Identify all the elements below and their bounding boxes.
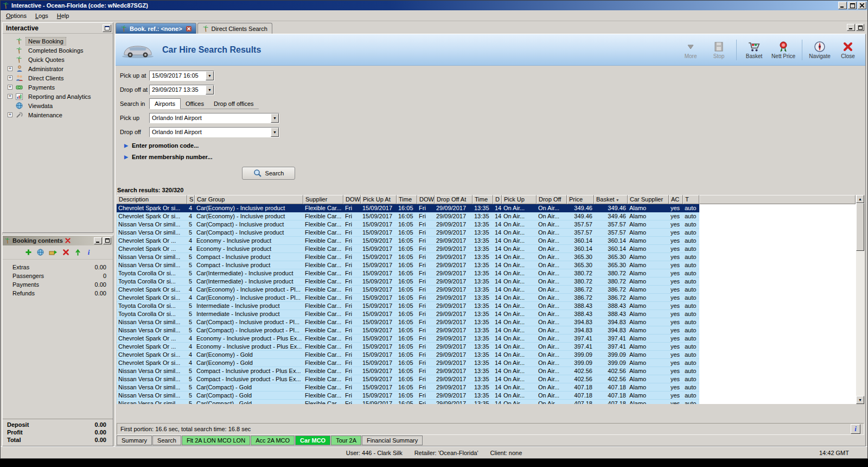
pickup-at-dropdown-icon[interactable]: ▼	[206, 71, 214, 80]
membership-number-expander[interactable]: ▶ Enter membership number...	[124, 154, 865, 160]
column-header-car-group-2[interactable]: Car Group	[195, 195, 303, 204]
bottom-tab-flt-2a-lon-mco-lon[interactable]: Flt 2A LON MCO LON	[182, 436, 250, 445]
result-row[interactable]: Toyota Corolla Or si...5Intermediate - I…	[117, 310, 856, 318]
result-row[interactable]: Nissan Versa Or simil...5Car(Compact) - …	[117, 318, 856, 326]
column-header-pick-up-at-5[interactable]: Pick Up At	[361, 195, 397, 204]
scroll-up-icon[interactable]: ▲	[856, 195, 864, 203]
expand-plus-icon[interactable]: +	[8, 94, 12, 99]
dropoff-combo-dropdown-icon[interactable]: ▼	[271, 128, 279, 137]
search-button[interactable]: Search	[242, 167, 295, 180]
info-button[interactable]: i	[851, 424, 860, 434]
column-header-ac-16[interactable]: AC	[669, 195, 683, 204]
expand-plus-icon[interactable]: +	[8, 112, 12, 117]
pickup-combo-dropdown-icon[interactable]: ▼	[271, 113, 279, 123]
bottom-tab-acc-2a-mco[interactable]: Acc 2A MCO	[251, 436, 295, 445]
minimize-button[interactable]	[838, 2, 847, 9]
expand-plus-icon[interactable]: +	[8, 75, 12, 80]
sidebar-item-new-booking[interactable]: New Booking	[4, 36, 112, 46]
tabstrip-minimize-button[interactable]	[847, 24, 855, 31]
scrollbar-thumb[interactable]	[856, 203, 864, 251]
bottom-tab-search[interactable]: Search	[152, 436, 181, 445]
result-row[interactable]: Chevrolet Spark Or ...4Economy - Inclusi…	[117, 245, 856, 253]
result-row[interactable]: Nissan Versa Or simil...5Car(Compact) - …	[117, 400, 856, 404]
table-scrollbar[interactable]: ▲ ▼	[856, 195, 864, 404]
sidebar-item-viewdata[interactable]: Viewdata	[4, 101, 112, 110]
menu-item-options[interactable]: Options	[2, 11, 31, 21]
column-header-dow-7[interactable]: DOW	[417, 195, 435, 204]
add-button[interactable]	[25, 249, 32, 256]
upload-button[interactable]	[74, 249, 81, 256]
result-row[interactable]: Nissan Versa Or simil...5Compact - Inclu…	[117, 261, 856, 269]
info-button[interactable]: i	[86, 249, 91, 256]
basket-button[interactable]: Basket	[743, 41, 765, 59]
result-row[interactable]: Nissan Versa Or simil...5Compact - Inclu…	[117, 367, 856, 375]
sidebar-item-maintenance[interactable]: +Maintenance	[4, 110, 112, 119]
column-header-d-10[interactable]: D	[493, 195, 502, 204]
dropoff-at-field[interactable]: 29/09/2017 13:35 ▼	[149, 85, 214, 95]
search-in-tab-offices[interactable]: Offices	[181, 99, 209, 109]
column-header-price-13[interactable]: Price	[567, 195, 594, 204]
tabstrip-restore-button[interactable]	[856, 24, 864, 31]
column-header-drop-off-at-8[interactable]: Drop Off At	[435, 195, 473, 204]
result-row[interactable]: Toyota Corolla Or si...5Car(Intermediate…	[117, 269, 856, 277]
sidebar-item-payments[interactable]: +Payments	[4, 83, 112, 92]
close-button[interactable]: Close	[837, 41, 859, 59]
promotion-code-expander[interactable]: ▶ Enter promotion code...	[124, 142, 865, 149]
column-header-dow-4[interactable]: DOW	[343, 195, 361, 204]
booking-contents-minimize-button[interactable]	[94, 237, 102, 244]
collapse-panel-button[interactable]	[103, 24, 111, 32]
result-row[interactable]: Chevrolet Spark Or ...4Economy - Inclusi…	[117, 343, 856, 351]
result-row[interactable]: Chevrolet Spark Or si...4Car(Economy) - …	[117, 294, 856, 302]
result-row[interactable]: Toyota Corolla Or si...5Car(Intermediate…	[117, 277, 856, 286]
column-header-time-6[interactable]: Time	[397, 195, 417, 204]
sidebar-item-completed-bookings[interactable]: Completed Bookings	[4, 46, 112, 55]
column-header-s-1[interactable]: S	[187, 195, 195, 204]
globe-button[interactable]	[37, 249, 44, 256]
pickup-combo[interactable]: Orlando Intl Airport ▼	[149, 113, 279, 123]
navigate-button[interactable]: Navigate	[809, 41, 831, 59]
tab-direct-clients-search[interactable]: Direct Clients Search	[197, 23, 272, 34]
booking-contents-maximize-button[interactable]	[103, 237, 111, 244]
result-row[interactable]: Chevrolet Spark Or si...4Car(Economy) - …	[117, 286, 856, 294]
tab-book-ref-none[interactable]: Book. ref.: <none>	[116, 23, 196, 34]
bottom-tab-financial-summary[interactable]: Financial Summary	[362, 436, 423, 445]
bottom-tab-car-mco[interactable]: Car MCO	[295, 436, 330, 445]
bottom-tab-summary[interactable]: Summary	[117, 436, 152, 445]
sidebar-item-administrator[interactable]: +Administrator	[4, 64, 112, 73]
search-in-tab-drop-off-offices[interactable]: Drop off offices	[209, 99, 259, 109]
pickup-at-field[interactable]: 15/09/2017 16:05 ▼	[149, 71, 214, 81]
search-in-tab-airports[interactable]: Airports	[149, 98, 181, 109]
tab-close-icon[interactable]	[186, 26, 192, 31]
nett-price-button[interactable]: Nett Price	[771, 41, 795, 59]
menu-item-help[interactable]: Help	[53, 11, 74, 21]
result-row[interactable]: Nissan Versa Or simil...5Car(Compact) - …	[117, 326, 856, 335]
dropoff-at-dropdown-icon[interactable]: ▼	[206, 85, 214, 94]
sidebar-item-quick-quotes[interactable]: Quick Quotes	[4, 55, 112, 64]
result-row[interactable]: Nissan Versa Or simil...5Car(Compact) - …	[117, 220, 856, 229]
result-row[interactable]: Nissan Versa Or simil...5Car(Compact) - …	[117, 383, 856, 392]
result-row[interactable]: Nissan Versa Or simil...5Compact - Inclu…	[117, 375, 856, 383]
column-header-t-17[interactable]: T	[683, 195, 699, 204]
scroll-down-icon[interactable]: ▼	[856, 396, 864, 404]
column-header-basket-14[interactable]: Basket▼	[594, 195, 628, 204]
sidebar-item-reporting-and-analytics[interactable]: +Reporting and Analytics	[4, 92, 112, 101]
result-row[interactable]: Nissan Versa Or simil...5Car(Compact) - …	[117, 392, 856, 400]
result-row[interactable]: Chevrolet Spark Or ...4Economy - Inclusi…	[117, 237, 856, 245]
menu-item-logs[interactable]: Logs	[31, 11, 53, 21]
result-row[interactable]: Chevrolet Spark Or si...4Car(Economy) - …	[117, 212, 856, 220]
result-row[interactable]: Chevrolet Spark Or si...4Car(Economy) - …	[117, 351, 856, 359]
column-header-time-9[interactable]: Time	[473, 195, 493, 204]
result-row[interactable]: Chevrolet Spark Or si...4Car(Economy) - …	[117, 359, 856, 367]
booking-contents-close-icon[interactable]	[65, 238, 71, 243]
result-row[interactable]: Nissan Versa Or simil...5Compact - Inclu…	[117, 253, 856, 261]
result-row[interactable]: Chevrolet Spark Or si...4Car(Economy) - …	[117, 204, 856, 212]
column-header-supplier-3[interactable]: Supplier	[303, 195, 343, 204]
column-header-description-0[interactable]: Description	[117, 195, 187, 204]
maximize-button[interactable]	[848, 2, 857, 9]
expand-plus-icon[interactable]: +	[8, 66, 12, 71]
result-row[interactable]: Nissan Versa Or simil...5Car(Compact) - …	[117, 229, 856, 237]
column-header-car-supplier-15[interactable]: Car Supplier	[628, 195, 669, 204]
column-header-drop-off-12[interactable]: Drop Off	[537, 195, 567, 204]
bottom-tab-tour-2a[interactable]: Tour 2A	[331, 436, 361, 445]
delete-button[interactable]	[62, 249, 69, 256]
